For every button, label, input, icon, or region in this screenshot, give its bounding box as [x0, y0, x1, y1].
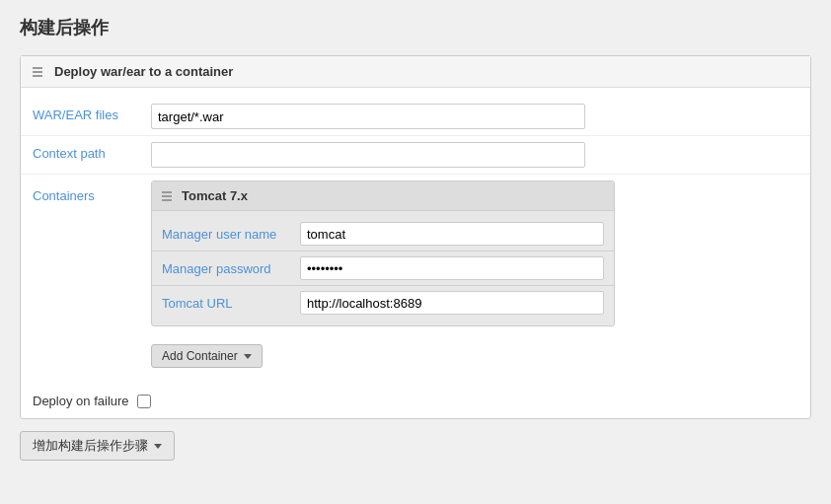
section-title: Deploy war/ear to a container	[54, 64, 233, 79]
section-header: Deploy war/ear to a container	[21, 56, 810, 88]
add-step-label: 增加构建后操作步骤	[33, 437, 148, 455]
form-body: WAR/EAR files Context path Containers	[21, 88, 810, 384]
manager-username-row: Manager user name	[152, 217, 614, 252]
containers-field: Tomcat 7.x Manager user name Manager pas…	[151, 180, 798, 368]
manager-password-label: Manager password	[162, 261, 300, 276]
containers-label: Containers	[33, 180, 151, 203]
add-container-button[interactable]: Add Container	[151, 344, 263, 368]
container-card-header: Tomcat 7.x	[152, 181, 614, 211]
containers-row: Containers Tomcat 7.x	[21, 175, 810, 374]
tomcat-url-label: Tomcat URL	[162, 296, 300, 311]
container-drag-handle-icon[interactable]	[162, 191, 172, 201]
context-path-field	[151, 142, 798, 168]
drag-handle-icon[interactable]	[33, 67, 42, 77]
deploy-failure-label: Deploy on failure	[33, 394, 129, 408]
tomcat-url-row: Tomcat URL	[152, 286, 614, 320]
context-path-label: Context path	[33, 142, 151, 161]
manager-username-label: Manager user name	[162, 227, 300, 242]
context-path-input[interactable]	[151, 142, 585, 168]
manager-password-input[interactable]	[300, 256, 604, 280]
war-ear-input[interactable]	[151, 104, 585, 129]
manager-username-input[interactable]	[300, 222, 604, 246]
container-form: Manager user name Manager password Tomca…	[152, 211, 614, 325]
add-step-button[interactable]: 增加构建后操作步骤	[20, 431, 175, 461]
manager-password-row: Manager password	[152, 252, 614, 286]
war-ear-field	[151, 104, 798, 129]
add-step-chevron-icon	[154, 444, 162, 449]
tomcat-url-input[interactable]	[300, 291, 604, 315]
add-container-chevron-icon	[244, 354, 252, 359]
bottom-bar: 增加构建后操作步骤	[20, 431, 811, 461]
deploy-war-ear-section: Deploy war/ear to a container WAR/EAR fi…	[20, 55, 811, 419]
page-title: 构建后操作	[20, 16, 811, 39]
war-ear-label: WAR/EAR files	[33, 104, 151, 122]
container-title: Tomcat 7.x	[182, 188, 248, 203]
add-container-label: Add Container	[162, 349, 238, 363]
war-ear-row: WAR/EAR files	[21, 98, 810, 136]
context-path-row: Context path	[21, 136, 810, 175]
tomcat-container-card: Tomcat 7.x Manager user name Manager pas…	[151, 180, 615, 326]
deploy-failure-checkbox[interactable]	[137, 395, 151, 408]
deploy-failure-row: Deploy on failure	[21, 384, 810, 418]
